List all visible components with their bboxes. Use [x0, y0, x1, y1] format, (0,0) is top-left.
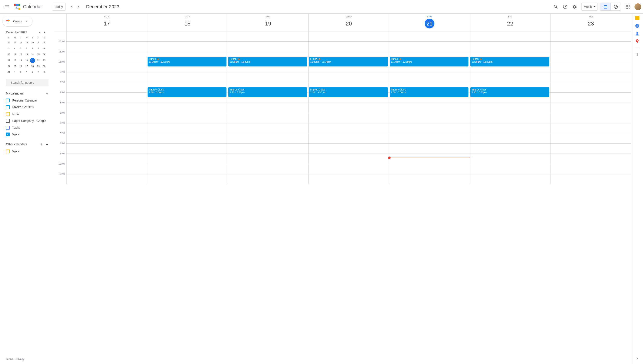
main-menu-button[interactable]: [2, 2, 12, 12]
mini-day[interactable]: 14: [30, 52, 35, 57]
calendar-item[interactable]: Work: [2, 131, 50, 138]
mini-day[interactable]: 29: [36, 64, 41, 69]
calendar-item[interactable]: Paper Company - Google: [2, 118, 50, 124]
mini-day[interactable]: 17: [6, 58, 12, 63]
mini-day[interactable]: 23: [42, 58, 47, 63]
event-title: Lunch 🍲: [310, 58, 386, 60]
mini-day[interactable]: 15: [36, 52, 41, 57]
mini-day[interactable]: 5: [36, 70, 41, 75]
app-logo[interactable]: 21 Calendar: [12, 2, 42, 11]
calendar-checkbox[interactable]: [6, 126, 10, 130]
mini-day[interactable]: 26: [6, 40, 12, 45]
mini-day[interactable]: 30: [42, 64, 47, 69]
mini-cal-next[interactable]: [42, 30, 47, 35]
day-column[interactable]: Lunch 🍲11:30am – 12:30pmImprov Class2:30…: [470, 31, 550, 184]
search-people-input[interactable]: [11, 81, 48, 84]
calendar-event[interactable]: Lunch 🍲11:30am – 12:30pm: [470, 57, 549, 66]
calendar-event[interactable]: Lunch 🍲11:30am – 12:30pm: [309, 57, 388, 66]
mini-day[interactable]: 5: [18, 46, 23, 51]
day-column[interactable]: Lunch 🍲11:30am – 12:30pmImprov Class2:30…: [308, 31, 389, 184]
calendar-checkbox[interactable]: [6, 119, 10, 123]
mini-day[interactable]: 2: [42, 40, 47, 45]
mini-day[interactable]: 28: [18, 40, 23, 45]
calendar-checkbox[interactable]: [6, 98, 10, 102]
privacy-link[interactable]: Privacy: [16, 358, 24, 360]
other-calendars-toggle[interactable]: Other calendars: [2, 140, 50, 148]
mini-day[interactable]: 3: [24, 70, 29, 75]
mini-day[interactable]: 1: [12, 70, 18, 75]
mini-day[interactable]: 10: [6, 52, 12, 57]
calendar-checkbox[interactable]: [6, 132, 10, 136]
calendar-item[interactable]: Personal Calendar: [2, 97, 50, 104]
mini-day[interactable]: 8: [36, 46, 41, 51]
mini-day[interactable]: 30: [30, 40, 35, 45]
mini-day[interactable]: 11: [12, 52, 18, 57]
calendar-item[interactable]: Work: [2, 148, 50, 155]
my-calendars-toggle[interactable]: My calendars: [2, 90, 50, 97]
search-people[interactable]: [6, 79, 49, 86]
calendar-checkbox[interactable]: [6, 105, 10, 109]
mini-day[interactable]: 24: [6, 64, 12, 69]
mini-day[interactable]: 6: [42, 70, 47, 75]
account-avatar[interactable]: [634, 4, 641, 10]
calendar-event[interactable]: Lunch 🍲11:30am – 12:30pm: [148, 57, 226, 66]
terms-link[interactable]: Terms: [6, 358, 13, 360]
mini-cal-prev[interactable]: [37, 30, 42, 35]
calendar-label: Personal Calendar: [12, 99, 37, 102]
calendar-item[interactable]: MANY EVENTS: [2, 104, 50, 111]
day-column[interactable]: Lunch 🍲11:30am – 12:30pmImprov Class2:30…: [228, 31, 308, 184]
calendar-checkbox[interactable]: [6, 112, 10, 116]
mini-day[interactable]: 28: [30, 64, 35, 69]
calendar-item[interactable]: NEW: [2, 111, 50, 118]
day-column[interactable]: Lunch 🍲11:30am – 12:30pmImprov Class2:30…: [147, 31, 228, 184]
event-time: 2:30 – 3:30pm: [310, 91, 386, 94]
mini-day[interactable]: 4: [30, 70, 35, 75]
keep-app-icon[interactable]: [635, 16, 639, 20]
mini-day[interactable]: 7: [30, 46, 35, 51]
mini-day[interactable]: 19: [18, 58, 23, 63]
mini-day[interactable]: 27: [24, 64, 29, 69]
mini-day[interactable]: 18: [12, 58, 18, 63]
mini-day[interactable]: 31: [6, 70, 12, 75]
mini-day[interactable]: 3: [6, 46, 12, 51]
calendar-event[interactable]: Improv Class2:30 – 3:30pm: [309, 87, 388, 97]
calendar-event[interactable]: Improv Class2:30 – 3:30pm: [390, 87, 469, 97]
add-app-button[interactable]: [635, 52, 639, 56]
calendar-event[interactable]: Improv Class2:30 – 3:30pm: [470, 87, 549, 97]
calendar-checkbox[interactable]: [6, 150, 10, 153]
calendar-event[interactable]: Lunch 🍲11:30am – 12:30pm: [390, 57, 469, 66]
time-label: 5 PM: [60, 112, 65, 114]
day-column[interactable]: [66, 31, 147, 184]
mini-day[interactable]: 13: [24, 52, 29, 57]
event-title: Improv Class: [391, 88, 467, 91]
svg-rect-4: [19, 8, 20, 10]
mini-day[interactable]: 27: [12, 40, 18, 45]
calendar-event[interactable]: Improv Class2:30 – 3:30pm: [228, 87, 307, 97]
mini-day[interactable]: 1: [36, 40, 41, 45]
mini-day[interactable]: 21: [30, 58, 35, 63]
mini-day[interactable]: 25: [12, 64, 18, 69]
collapse-panel-button[interactable]: [635, 356, 639, 362]
calendar-event[interactable]: Improv Class2:30 – 3:30pm: [148, 87, 226, 97]
create-label: Create: [13, 20, 22, 23]
mini-day[interactable]: 22: [36, 58, 41, 63]
mini-day[interactable]: 29: [24, 40, 29, 45]
calendar-event[interactable]: Lunch 🍲11:30am – 12:30pm: [228, 57, 307, 66]
tasks-app-icon[interactable]: [635, 24, 639, 28]
mini-day[interactable]: 26: [18, 64, 23, 69]
calendar-item[interactable]: Tasks: [2, 124, 50, 131]
mini-day[interactable]: 20: [24, 58, 29, 63]
mini-day[interactable]: 4: [12, 46, 18, 51]
timezone-label: GMT+01: [44, 0, 629, 30]
add-calendar-button[interactable]: [39, 142, 43, 146]
mini-day[interactable]: 16: [42, 52, 47, 57]
day-column[interactable]: Lunch 🍲11:30am – 12:30pmImprov Class2:30…: [389, 31, 470, 184]
contacts-app-icon[interactable]: [635, 32, 639, 36]
mini-day[interactable]: 2: [18, 70, 23, 75]
day-column[interactable]: [550, 31, 631, 184]
maps-app-icon[interactable]: [635, 39, 639, 43]
create-button[interactable]: Create: [3, 16, 32, 26]
mini-day[interactable]: 9: [42, 46, 47, 51]
mini-day[interactable]: 6: [24, 46, 29, 51]
mini-day[interactable]: 12: [18, 52, 23, 57]
